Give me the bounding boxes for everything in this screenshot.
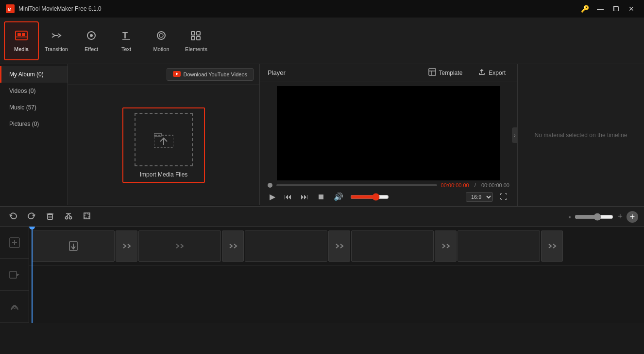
- toolbar-label-effect: Effect: [85, 46, 98, 52]
- toolbar-item-motion[interactable]: Motion: [144, 21, 179, 60]
- progress-bar[interactable]: [276, 184, 437, 186]
- player-header-right: Template Export: [424, 66, 509, 79]
- svg-rect-38: [10, 271, 17, 278]
- svg-rect-13: [191, 32, 195, 35]
- undo-button[interactable]: [6, 210, 20, 224]
- aspect-ratio-select[interactable]: 16:9 9:16 1:1 4:3: [466, 192, 493, 202]
- fullscreen-button[interactable]: ⛶: [498, 192, 509, 202]
- close-button[interactable]: ✕: [625, 3, 638, 15]
- minimize-button[interactable]: —: [593, 3, 607, 15]
- svg-point-8: [90, 34, 93, 37]
- toolbar-item-transition[interactable]: Transition: [39, 21, 74, 60]
- template-label: Template: [439, 70, 463, 76]
- panel-toggle-button[interactable]: ›: [512, 127, 518, 143]
- svg-rect-24: [48, 214, 52, 219]
- current-time: 00:00:00.00: [441, 182, 469, 188]
- redo-button[interactable]: [24, 210, 39, 224]
- transition-clip-2[interactable]: [222, 230, 244, 262]
- svg-rect-34: [85, 214, 89, 218]
- media-content: Download YouTube Videos Import Media Fil…: [68, 64, 259, 205]
- svg-line-30: [67, 214, 68, 217]
- video-clip-main[interactable]: [32, 230, 115, 262]
- no-material-text: No material selected on the timeline: [527, 124, 635, 146]
- cut-button[interactable]: [61, 210, 76, 224]
- transition-clip-5[interactable]: [541, 230, 563, 262]
- svg-point-12: [159, 34, 163, 37]
- add-media-track-button[interactable]: [0, 227, 29, 259]
- download-youtube-button[interactable]: Download YouTube Videos: [167, 68, 254, 81]
- volume-slider[interactable]: [350, 193, 389, 201]
- svg-rect-4: [22, 33, 25, 36]
- play-button[interactable]: ▶: [268, 191, 277, 202]
- zoom-out-icon: ▪: [569, 213, 571, 221]
- time-separator: /: [473, 182, 477, 188]
- app-logo: M: [6, 4, 15, 13]
- total-time: 00:00:00.00: [481, 182, 509, 188]
- player-timeline: 00:00:00.00 / 00:00:00.00: [260, 181, 517, 189]
- key-button[interactable]: 🔑: [578, 3, 592, 15]
- crop-button[interactable]: [80, 210, 94, 224]
- export-button[interactable]: Export: [474, 66, 509, 79]
- video-clip-3[interactable]: [245, 230, 327, 262]
- timeline-toolbar: ▪ + +: [0, 207, 644, 227]
- svg-rect-16: [197, 36, 200, 40]
- sidebar-item-pictures[interactable]: Pictures (0): [0, 116, 68, 132]
- titlebar: M MiniTool MovieMaker Free 6.1.0 🔑 — ⧠ ✕: [0, 0, 644, 18]
- next-frame-button[interactable]: ⏭: [299, 192, 310, 202]
- playhead[interactable]: [32, 227, 33, 323]
- audio-track-label[interactable]: [0, 291, 29, 323]
- app-title: MiniTool MovieMaker Free 6.1.0: [18, 5, 102, 12]
- titlebar-left: M MiniTool MovieMaker Free 6.1.0: [6, 4, 102, 13]
- video-clip-5[interactable]: [458, 230, 540, 262]
- video-track-row: [29, 227, 644, 266]
- toolbar: Media Transition Effect T Text: [0, 18, 644, 64]
- svg-text:M: M: [8, 7, 12, 12]
- media-icon: [15, 30, 28, 44]
- restore-button[interactable]: ⧠: [609, 3, 623, 15]
- video-track-label[interactable]: [0, 259, 29, 291]
- svg-rect-3: [17, 33, 21, 36]
- import-folder-icon: [135, 113, 193, 166]
- sidebar-item-music[interactable]: Music (57): [0, 99, 68, 116]
- stop-button[interactable]: ⏹: [315, 192, 327, 202]
- playhead-marker: [268, 183, 272, 188]
- add-track-button[interactable]: +: [627, 211, 638, 223]
- toolbar-item-effect[interactable]: Effect: [74, 21, 109, 60]
- transition-clip-3[interactable]: [328, 230, 350, 262]
- toolbar-label-media: Media: [14, 46, 29, 52]
- video-clip-2[interactable]: [138, 230, 221, 262]
- transition-clip-4[interactable]: [435, 230, 457, 262]
- svg-text:T: T: [122, 31, 128, 40]
- video-clip-4[interactable]: [351, 230, 434, 262]
- toolbar-item-media[interactable]: Media: [4, 21, 39, 60]
- delete-button[interactable]: [43, 210, 57, 224]
- svg-rect-14: [197, 32, 200, 35]
- timeline-tracks: [0, 227, 644, 323]
- svg-point-29: [69, 216, 72, 219]
- svg-line-31: [68, 214, 70, 217]
- media-grid: Import Media Files: [68, 85, 259, 205]
- svg-rect-21: [429, 69, 436, 75]
- volume-button[interactable]: 🔊: [332, 191, 345, 202]
- sidebar-item-videos[interactable]: Videos (0): [0, 83, 68, 99]
- media-toolbar: Download YouTube Videos: [68, 64, 259, 85]
- titlebar-controls: 🔑 — ⧠ ✕: [578, 3, 638, 15]
- toolbar-item-text[interactable]: T Text: [109, 21, 144, 60]
- svg-rect-15: [191, 36, 195, 40]
- template-button[interactable]: Template: [424, 66, 467, 79]
- timeline-area: ▪ + +: [0, 206, 644, 323]
- sidebar-item-my-album[interactable]: My Album (0): [0, 66, 68, 83]
- player-header: Player Template: [260, 64, 517, 82]
- zoom-slider[interactable]: [575, 213, 613, 221]
- download-yt-label: Download YouTube Videos: [184, 71, 248, 77]
- track-content: [29, 227, 644, 323]
- svg-rect-2: [16, 31, 27, 40]
- zoom-in-icon: +: [617, 212, 623, 222]
- import-media-button[interactable]: Import Media Files: [122, 107, 205, 183]
- toolbar-item-elements[interactable]: Elements: [179, 21, 214, 60]
- player-controls: ▶ ⏮ ⏭ ⏹ 🔊 16:9 9:16 1:1 4:3 ⛶: [260, 189, 517, 206]
- right-panel: › No material selected on the timeline: [518, 64, 644, 206]
- player-area: Player Template: [260, 64, 518, 206]
- transition-clip-1[interactable]: [116, 230, 137, 262]
- prev-frame-button[interactable]: ⏮: [282, 192, 294, 202]
